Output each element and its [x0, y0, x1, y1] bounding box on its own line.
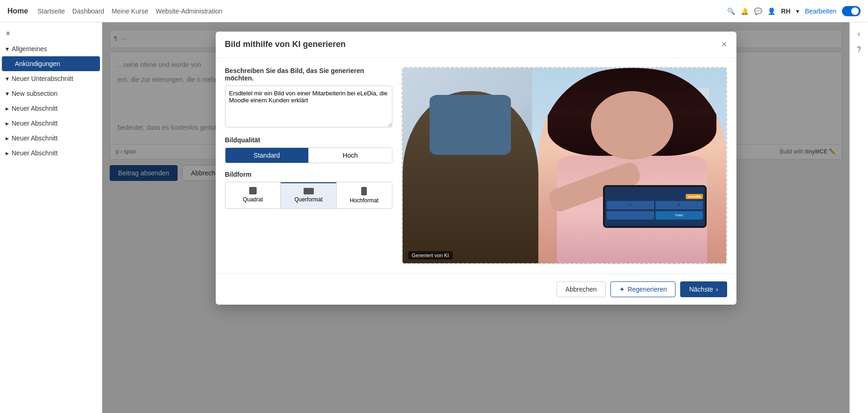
modal-footer: Abbrechen ✦ Regenerieren Nächste › [216, 273, 736, 305]
shape-square-label: Quadrat [243, 196, 263, 203]
icon-box-2: ⚙ [656, 201, 703, 209]
sidebar-section-allgemeines[interactable]: ▾ Allgemeines [0, 41, 102, 56]
generated-image: moodle ⚙ ⚙ [403, 68, 726, 263]
square-icon [249, 187, 257, 194]
sidebar-label: Neuer Abschnitt [12, 149, 58, 157]
search-icon[interactable]: 🔍 [727, 7, 735, 15]
regenerate-label: Regenerieren [628, 286, 667, 293]
shape-landscape-button[interactable]: Querformat [281, 182, 337, 208]
sidebar-label: Allgemeines [12, 45, 47, 53]
sidebar-label: Neuer Abschnitt [12, 134, 58, 142]
edit-toggle[interactable] [842, 6, 861, 16]
sidebar-label: Neuer Unterabschnitt [12, 75, 73, 82]
modal-dialog: Bild mithilfe von KI generieren × Beschr… [216, 32, 736, 305]
sidebar-section-neuer-unterabschnitt[interactable]: ▾ Neuer Unterabschnitt [0, 71, 102, 86]
modal-header: Bild mithilfe von KI generieren × [216, 32, 736, 58]
nav-links: Startseite Dashboard Meine Kurse Website… [37, 7, 222, 15]
edit-label[interactable]: Bearbeiten [805, 7, 836, 15]
sidebar-label: Neuer Abschnitt [12, 105, 58, 112]
user-initials[interactable]: RH [781, 7, 790, 15]
nav-website-admin[interactable]: Website-Administration [156, 7, 223, 15]
collapse-icon[interactable]: ‹ [854, 26, 864, 42]
modal-form: Beschreiben Sie das Bild, das Sie generi… [225, 67, 392, 264]
content-area: ¶ ··· ...seine ofene und wurde von ern, … [102, 22, 849, 413]
chat-icon[interactable]: 💬 [754, 7, 762, 15]
chevron-down-icon: ▾ [6, 45, 9, 53]
next-button[interactable]: Nächste › [680, 281, 727, 297]
user-icon[interactable]: 👤 [768, 7, 775, 15]
male-person [403, 91, 538, 263]
sidebar: × ▾ Allgemeines Ankündigungen ▾ Neuer Un… [0, 22, 102, 413]
main-layout: × ▾ Allgemeines Ankündigungen ▾ Neuer Un… [0, 22, 868, 413]
shape-group: Bildform Quadrat Querformat [225, 171, 392, 209]
image-preview-container: moodle ⚙ ⚙ [402, 67, 727, 264]
icon-row-1: ⚙ ⚙ [607, 201, 703, 209]
sidebar-section-new-subsection[interactable]: ▾ New subsection [0, 86, 102, 101]
ai-generated-badge: Generiert von KI [408, 251, 453, 260]
chevron-right-icon: › [716, 286, 718, 293]
nav-dashboard[interactable]: Dashboard [73, 7, 105, 15]
shape-landscape-label: Querformat [294, 196, 323, 203]
laptop-screen-area: moodle ⚙ ⚙ [605, 187, 705, 226]
prompt-label: Beschreiben Sie das Bild, das Sie generi… [225, 67, 392, 82]
sidebar-label: New subsection [12, 90, 58, 97]
sidebar-section-neuer-abschnitt-3[interactable]: ▸ Neuer Abschnitt [0, 131, 102, 146]
nav-right: 🔍 🔔 💬 👤 RH ▾ Bearbeiten [727, 6, 861, 16]
chevron-down-icon[interactable]: ▾ [796, 7, 799, 15]
sidebar-close-button[interactable]: × [0, 26, 102, 41]
sidebar-section-neuer-abschnitt-2[interactable]: ▸ Neuer Abschnitt [0, 116, 102, 131]
quality-label: Bildqualität [225, 136, 392, 144]
chevron-down-icon: ▾ [6, 75, 9, 82]
quality-group: Bildqualität Standard Hoch [225, 136, 392, 163]
icon-box-1: ⚙ [607, 201, 654, 209]
prompt-textarea[interactable]: Ersdtelel mir ein Bild von einer Mitarbe… [225, 86, 392, 127]
quality-high-button[interactable]: Hoch [309, 148, 392, 163]
moodle-brand: moodle [607, 194, 703, 199]
chevron-right-icon: ▸ [6, 134, 9, 142]
shape-square-button[interactable]: Quadrat [225, 182, 281, 208]
modal-title: Bild mithilfe von KI generieren [225, 40, 346, 49]
quality-btn-group: Standard Hoch [225, 147, 392, 163]
icon-box-3 [607, 211, 654, 220]
modal-close-button[interactable]: × [722, 39, 727, 50]
sidebar-item-ankuendigungen[interactable]: Ankündigungen [2, 56, 100, 71]
shape-btn-group: Quadrat Querformat Hochformat [225, 182, 392, 209]
modal-body: Beschreiben Sie das Bild, das Sie generi… [216, 58, 736, 273]
prompt-group: Beschreiben Sie das Bild, das Sie generi… [225, 67, 392, 129]
chevron-right-icon: ▸ [6, 120, 9, 127]
image-scene: moodle ⚙ ⚙ [403, 68, 726, 263]
modal-cancel-button[interactable]: Abbrechen [557, 281, 606, 297]
female-face [591, 91, 674, 160]
portrait-icon [361, 187, 367, 195]
top-navigation: Home Startseite Dashboard Meine Kurse We… [0, 0, 868, 22]
chevron-right-icon: ▸ [6, 105, 9, 112]
quality-standard-button[interactable]: Standard [225, 148, 309, 163]
shape-portrait-label: Hochformat [350, 197, 378, 204]
sparkle-icon: ✦ [619, 286, 625, 293]
female-person [538, 68, 726, 263]
sidebar-section-neuer-abschnitt-4[interactable]: ▸ Neuer Abschnitt [0, 146, 102, 160]
shape-label: Bildform [225, 171, 392, 178]
sidebar-item-label: Ankündigungen [15, 60, 60, 67]
sidebar-label: Neuer Abschnitt [12, 120, 58, 127]
male-head [430, 95, 511, 155]
next-label: Nächste [689, 286, 713, 293]
bell-icon[interactable]: 🔔 [741, 7, 749, 15]
right-panel: ‹ ? [849, 22, 868, 413]
shape-portrait-button[interactable]: Hochformat [337, 182, 392, 208]
icon-row-2: Folev [607, 211, 703, 220]
modal-overlay: Bild mithilfe von KI generieren × Beschr… [102, 22, 849, 413]
help-icon[interactable]: ? [853, 42, 865, 58]
laptop-body: moodle ⚙ ⚙ [603, 185, 707, 228]
nav-meine-kurse[interactable]: Meine Kurse [112, 7, 148, 15]
sidebar-section-neuer-abschnitt-1[interactable]: ▸ Neuer Abschnitt [0, 101, 102, 116]
home-link[interactable]: Home [7, 7, 28, 15]
icon-box-4: Folev [656, 211, 703, 220]
landscape-icon [304, 188, 314, 194]
nav-startseite[interactable]: Startseite [37, 7, 65, 15]
chevron-right-icon: ▸ [6, 149, 9, 157]
chevron-down-icon: ▾ [6, 90, 9, 97]
regenerate-button[interactable]: ✦ Regenerieren [610, 281, 676, 297]
